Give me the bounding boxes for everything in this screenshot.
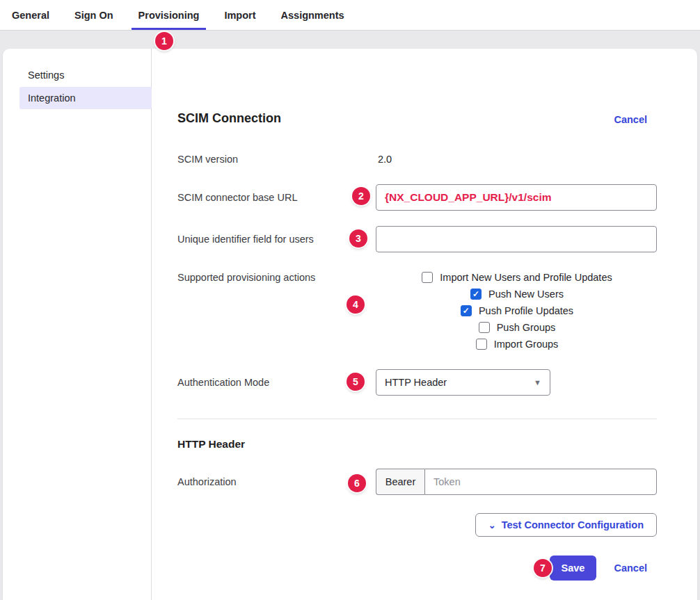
save-button[interactable]: Save [550, 556, 597, 581]
bearer-prefix: Bearer [376, 469, 424, 495]
scim-version-label: SCIM version [177, 154, 376, 165]
checkbox-label: Push Groups [497, 322, 556, 333]
authentication-mode-value: HTTP Header [385, 377, 447, 388]
checkbox-label: Push Profile Updates [479, 305, 573, 316]
token-input[interactable] [424, 469, 657, 495]
page-title: SCIM Connection [177, 111, 281, 126]
checkbox-row-push-groups[interactable]: Push Groups [477, 319, 556, 336]
footer-actions: Save Cancel [550, 556, 647, 581]
app-window: General Sign On Provisioning Import Assi… [0, 0, 700, 600]
authorization-label: Authorization [177, 476, 376, 487]
form-row-base-url: SCIM connector base URL [177, 184, 657, 211]
checkbox[interactable] [479, 322, 490, 333]
annotation-badge-6: 6 [348, 474, 366, 492]
annotation-badge-5: 5 [347, 373, 365, 391]
tab-import[interactable]: Import [217, 0, 262, 30]
chevron-down-icon: ▼ [534, 378, 541, 387]
unique-identifier-input[interactable] [376, 226, 657, 252]
annotation-badge-1: 1 [155, 32, 173, 50]
scim-version-value: 2.0 [376, 154, 392, 165]
checkbox-label: Import New Users and Profile Updates [440, 272, 612, 283]
sidebar-item-integration[interactable]: Integration [19, 87, 152, 109]
checkbox[interactable] [422, 272, 433, 283]
provisioning-form: SCIM Connection Cancel SCIM version 2.0 … [177, 49, 657, 600]
checkbox[interactable] [461, 305, 472, 316]
authentication-mode-select[interactable]: HTTP Header ▼ [376, 369, 550, 396]
checkbox-row-push-new-users[interactable]: Push New Users [469, 286, 564, 302]
form-row-authorization: Authorization Bearer [177, 469, 657, 495]
checkbox[interactable] [476, 339, 487, 350]
tab-sign-on[interactable]: Sign On [67, 0, 120, 30]
base-url-label: SCIM connector base URL [177, 192, 376, 203]
tab-provisioning[interactable]: Provisioning [132, 0, 207, 30]
checkbox-label: Import Groups [494, 339, 559, 350]
sidebar: Settings Integration [3, 49, 152, 600]
form-row-auth-mode: Authentication Mode HTTP Header ▼ [177, 369, 657, 396]
checkbox[interactable] [470, 289, 482, 300]
annotation-badge-4: 4 [347, 295, 365, 314]
test-connector-label: Test Connector Configuration [502, 519, 644, 530]
checkbox-label: Push New Users [488, 289, 564, 300]
unique-identifier-label: Unique identifier field for users [177, 234, 376, 245]
sidebar-heading: Settings [28, 68, 151, 82]
cancel-link-bottom[interactable]: Cancel [614, 562, 647, 574]
chevron-down-icon: ⌄ [488, 521, 496, 530]
content-card: Settings Integration SCIM Connection Can… [3, 49, 697, 600]
form-row-scim-version: SCIM version 2.0 [177, 152, 657, 166]
provisioning-actions-label: Supported provisioning actions [177, 269, 376, 286]
http-header-section-title: HTTP Header [177, 438, 245, 451]
checkbox-row-push-profile-updates[interactable]: Push Profile Updates [459, 302, 573, 319]
tab-assignments[interactable]: Assignments [274, 0, 351, 30]
annotation-badge-7: 7 [534, 559, 552, 577]
tab-general[interactable]: General [5, 0, 56, 30]
form-row-provisioning-actions: Supported provisioning actions Import Ne… [177, 269, 657, 352]
tab-bar: General Sign On Provisioning Import Assi… [0, 0, 700, 31]
annotation-badge-2: 2 [352, 187, 370, 205]
checkbox-row-import-groups[interactable]: Import Groups [475, 336, 559, 352]
annotation-badge-3: 3 [349, 229, 367, 248]
cancel-link-top[interactable]: Cancel [614, 114, 647, 125]
section-divider [177, 419, 657, 419]
form-row-unique-id: Unique identifier field for users [177, 226, 657, 252]
checkbox-row-import-users[interactable]: Import New Users and Profile Updates [420, 269, 612, 286]
test-connector-button[interactable]: ⌄ Test Connector Configuration [475, 513, 657, 537]
scim-base-url-input[interactable] [376, 184, 657, 211]
